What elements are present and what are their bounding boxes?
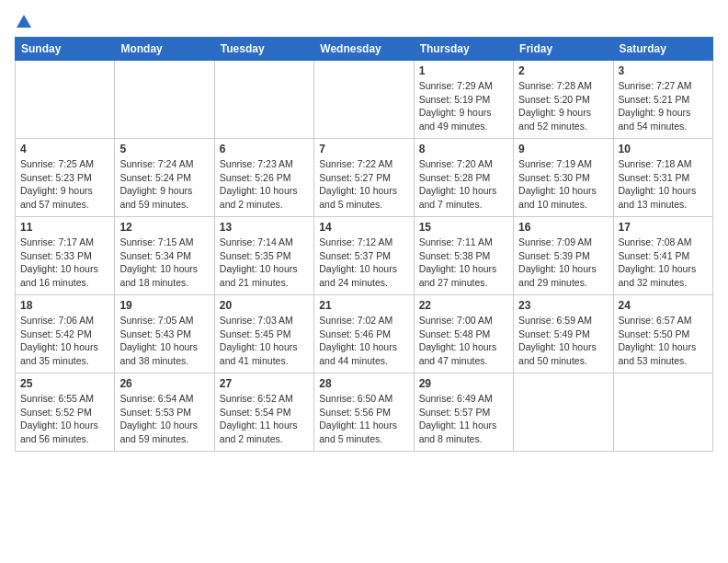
weekday-header-thursday: Thursday (414, 38, 513, 61)
day-info: Sunrise: 7:00 AM Sunset: 5:48 PM Dayligh… (419, 314, 508, 368)
day-number: 17 (619, 221, 708, 234)
day-number: 27 (220, 377, 309, 390)
calendar-cell: 12Sunrise: 7:15 AM Sunset: 5:34 PM Dayli… (115, 217, 214, 295)
logo (15, 15, 31, 28)
day-number: 18 (20, 299, 109, 312)
day-info: Sunrise: 7:22 AM Sunset: 5:27 PM Dayligh… (319, 157, 408, 212)
day-info: Sunrise: 6:57 AM Sunset: 5:50 PM Dayligh… (619, 314, 708, 368)
day-info: Sunrise: 7:03 AM Sunset: 5:45 PM Dayligh… (220, 314, 309, 368)
calendar-cell: 2Sunrise: 7:28 AM Sunset: 5:20 PM Daylig… (514, 61, 613, 139)
calendar-cell: 28Sunrise: 6:50 AM Sunset: 5:56 PM Dayli… (314, 373, 414, 452)
calendar-cell: 27Sunrise: 6:52 AM Sunset: 5:54 PM Dayli… (214, 373, 313, 452)
day-number: 9 (518, 143, 608, 155)
calendar-cell: 25Sunrise: 6:55 AM Sunset: 5:52 PM Dayli… (16, 373, 115, 452)
day-info: Sunrise: 7:18 AM Sunset: 5:31 PM Dayligh… (619, 157, 708, 212)
calendar-cell: 8Sunrise: 7:20 AM Sunset: 5:28 PM Daylig… (414, 139, 513, 217)
calendar-cell: 15Sunrise: 7:11 AM Sunset: 5:38 PM Dayli… (414, 217, 513, 295)
day-info: Sunrise: 7:02 AM Sunset: 5:46 PM Dayligh… (319, 314, 408, 368)
calendar-cell: 1Sunrise: 7:29 AM Sunset: 5:19 PM Daylig… (414, 61, 513, 139)
day-info: Sunrise: 7:14 AM Sunset: 5:35 PM Dayligh… (220, 236, 309, 290)
calendar-week-row-4: 18Sunrise: 7:06 AM Sunset: 5:42 PM Dayli… (16, 295, 713, 373)
day-info: Sunrise: 7:20 AM Sunset: 5:28 PM Dayligh… (419, 157, 508, 212)
day-number: 23 (518, 299, 608, 312)
calendar-cell (214, 61, 313, 139)
calendar-cell: 19Sunrise: 7:05 AM Sunset: 5:43 PM Dayli… (115, 295, 214, 373)
day-info: Sunrise: 7:05 AM Sunset: 5:43 PM Dayligh… (119, 314, 209, 368)
calendar-cell (16, 61, 115, 139)
calendar-week-row-3: 11Sunrise: 7:17 AM Sunset: 5:33 PM Dayli… (16, 217, 713, 295)
calendar-cell (115, 61, 214, 139)
day-info: Sunrise: 6:52 AM Sunset: 5:54 PM Dayligh… (220, 392, 309, 446)
calendar-cell: 29Sunrise: 6:49 AM Sunset: 5:57 PM Dayli… (414, 373, 513, 452)
calendar-cell: 18Sunrise: 7:06 AM Sunset: 5:42 PM Dayli… (16, 295, 115, 373)
calendar-cell (514, 373, 613, 452)
calendar-cell: 14Sunrise: 7:12 AM Sunset: 5:37 PM Dayli… (314, 217, 414, 295)
day-number: 21 (319, 299, 408, 312)
day-number: 3 (619, 64, 708, 77)
day-info: Sunrise: 6:50 AM Sunset: 5:56 PM Dayligh… (319, 392, 408, 446)
day-info: Sunrise: 7:24 AM Sunset: 5:24 PM Dayligh… (119, 157, 209, 212)
day-info: Sunrise: 6:54 AM Sunset: 5:53 PM Dayligh… (119, 392, 209, 446)
weekday-header-wednesday: Wednesday (314, 38, 414, 61)
day-info: Sunrise: 6:49 AM Sunset: 5:57 PM Dayligh… (419, 392, 508, 446)
day-info: Sunrise: 7:19 AM Sunset: 5:30 PM Dayligh… (518, 157, 608, 212)
weekday-header-tuesday: Tuesday (214, 38, 313, 61)
day-info: Sunrise: 7:28 AM Sunset: 5:20 PM Dayligh… (518, 79, 608, 133)
weekday-header-friday: Friday (514, 38, 613, 61)
day-number: 28 (319, 377, 408, 390)
day-number: 19 (119, 299, 209, 312)
day-number: 10 (619, 143, 708, 155)
day-number: 14 (319, 221, 408, 234)
day-info: Sunrise: 6:59 AM Sunset: 5:49 PM Dayligh… (518, 314, 608, 368)
weekday-header-monday: Monday (115, 38, 214, 61)
day-number: 12 (119, 221, 209, 234)
calendar-cell: 7Sunrise: 7:22 AM Sunset: 5:27 PM Daylig… (314, 139, 414, 217)
day-number: 20 (220, 299, 309, 312)
calendar-cell: 10Sunrise: 7:18 AM Sunset: 5:31 PM Dayli… (613, 139, 712, 217)
day-number: 25 (20, 377, 109, 390)
calendar-cell: 11Sunrise: 7:17 AM Sunset: 5:33 PM Dayli… (16, 217, 115, 295)
calendar-cell: 5Sunrise: 7:24 AM Sunset: 5:24 PM Daylig… (115, 139, 214, 217)
calendar-cell: 6Sunrise: 7:23 AM Sunset: 5:26 PM Daylig… (214, 139, 313, 217)
day-info: Sunrise: 7:08 AM Sunset: 5:41 PM Dayligh… (619, 236, 708, 290)
calendar-cell: 21Sunrise: 7:02 AM Sunset: 5:46 PM Dayli… (314, 295, 414, 373)
calendar-week-row-1: 1Sunrise: 7:29 AM Sunset: 5:19 PM Daylig… (16, 61, 713, 139)
day-number: 5 (119, 143, 209, 155)
logo-triangle-icon (17, 15, 31, 28)
calendar-cell: 13Sunrise: 7:14 AM Sunset: 5:35 PM Dayli… (214, 217, 313, 295)
calendar-cell (314, 61, 414, 139)
day-number: 24 (619, 299, 708, 312)
day-number: 6 (220, 143, 309, 155)
calendar-cell: 26Sunrise: 6:54 AM Sunset: 5:53 PM Dayli… (115, 373, 214, 452)
day-info: Sunrise: 7:17 AM Sunset: 5:33 PM Dayligh… (20, 236, 109, 290)
day-number: 4 (20, 143, 109, 155)
calendar-body: 1Sunrise: 7:29 AM Sunset: 5:19 PM Daylig… (16, 61, 713, 452)
calendar-cell: 22Sunrise: 7:00 AM Sunset: 5:48 PM Dayli… (414, 295, 513, 373)
day-number: 26 (119, 377, 209, 390)
day-number: 11 (20, 221, 109, 234)
day-number: 8 (419, 143, 508, 155)
day-number: 13 (220, 221, 309, 234)
day-info: Sunrise: 7:12 AM Sunset: 5:37 PM Dayligh… (319, 236, 408, 290)
calendar-week-row-2: 4Sunrise: 7:25 AM Sunset: 5:23 PM Daylig… (16, 139, 713, 217)
day-number: 29 (419, 377, 508, 390)
day-number: 15 (419, 221, 508, 234)
calendar-table: SundayMondayTuesdayWednesdayThursdayFrid… (15, 37, 713, 452)
day-info: Sunrise: 7:09 AM Sunset: 5:39 PM Dayligh… (518, 236, 608, 290)
calendar-cell: 16Sunrise: 7:09 AM Sunset: 5:39 PM Dayli… (514, 217, 613, 295)
day-info: Sunrise: 7:25 AM Sunset: 5:23 PM Dayligh… (20, 157, 109, 212)
calendar-cell: 9Sunrise: 7:19 AM Sunset: 5:30 PM Daylig… (514, 139, 613, 217)
day-info: Sunrise: 7:27 AM Sunset: 5:21 PM Dayligh… (619, 79, 708, 133)
calendar-cell: 24Sunrise: 6:57 AM Sunset: 5:50 PM Dayli… (613, 295, 712, 373)
calendar-cell: 23Sunrise: 6:59 AM Sunset: 5:49 PM Dayli… (514, 295, 613, 373)
day-info: Sunrise: 7:29 AM Sunset: 5:19 PM Dayligh… (419, 79, 508, 133)
weekday-header-saturday: Saturday (613, 38, 712, 61)
weekday-header-sunday: Sunday (16, 38, 115, 61)
calendar-week-row-5: 25Sunrise: 6:55 AM Sunset: 5:52 PM Dayli… (16, 373, 713, 452)
day-info: Sunrise: 7:11 AM Sunset: 5:38 PM Dayligh… (419, 236, 508, 290)
day-info: Sunrise: 7:15 AM Sunset: 5:34 PM Dayligh… (119, 236, 209, 290)
day-info: Sunrise: 6:55 AM Sunset: 5:52 PM Dayligh… (20, 392, 109, 446)
calendar-cell (613, 373, 712, 452)
day-number: 16 (518, 221, 608, 234)
calendar-cell: 17Sunrise: 7:08 AM Sunset: 5:41 PM Dayli… (613, 217, 712, 295)
